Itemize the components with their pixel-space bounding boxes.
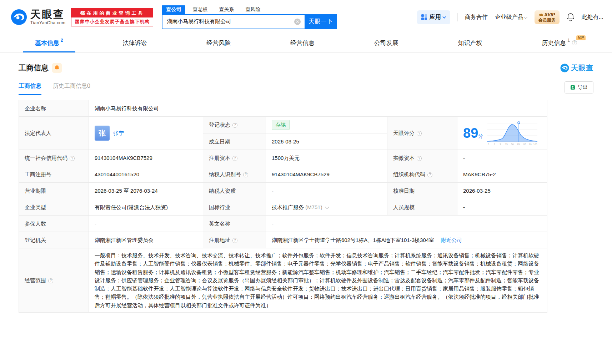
field-label-national-industry: 国标行业: [203, 199, 266, 216]
nav-enterprise-products[interactable]: 企业级产品: [495, 14, 527, 21]
value-text: MAK9CB75-2: [463, 171, 496, 177]
field-value-company-type: 有限责任公司(港澳台法人独资): [89, 199, 203, 216]
svip-membership-button[interactable]: SVIP 会员服务: [535, 10, 560, 24]
tab-count: 2: [61, 38, 63, 43]
field-value-credit-code: 91430104MAK9CB7529: [89, 150, 203, 166]
business-info-subtabs: 工商信息 历史工商信息0 导出: [0, 81, 612, 96]
tick-label: 100: [533, 143, 537, 146]
field-label-registered-address: 注册地址?: [203, 232, 266, 248]
field-label-business-term: 营业期限: [19, 183, 89, 199]
field-label-establish-date: 成立日期: [203, 133, 266, 150]
value-text: -: [272, 188, 274, 194]
value-text: -: [463, 204, 465, 210]
help-icon[interactable]: ?: [417, 156, 422, 161]
tick-label: 85: [517, 143, 520, 146]
status-badge: 存续: [272, 120, 290, 130]
export-button[interactable]: 导出: [565, 81, 593, 93]
search-tab-boss[interactable]: 查老板: [188, 5, 212, 14]
table-row: 营业期限 2026-03-25 至 2076-03-24 纳税人资质 - 核准日…: [19, 183, 547, 199]
tick-label: 97: [523, 143, 526, 146]
tab-operating-risk[interactable]: 经营风险: [194, 34, 243, 52]
clear-search-icon[interactable]: ✕: [294, 19, 301, 25]
field-label-taxpayer-id: 纳税人识别号?: [203, 166, 266, 183]
help-icon[interactable]: ?: [70, 156, 75, 161]
company-name-text: 湖南小马易行科技有限公司: [95, 105, 159, 111]
tick-label: 50: [511, 143, 514, 146]
field-value-registration-number: 430104400161520: [89, 166, 203, 183]
help-icon[interactable]: ?: [48, 278, 53, 283]
tab-legal-proceedings[interactable]: 法律诉讼: [110, 34, 159, 52]
label-text: 实缴资本: [393, 155, 415, 161]
value-text: 有限责任公司(港澳台法人独资): [95, 204, 168, 210]
table-row: 经营范围? 一般项目：技术服务、技术开发、技术咨询、技术交流、技术转让、技术推广…: [19, 248, 547, 313]
label-text: 法定代表人: [25, 130, 51, 136]
field-label-business-scope: 经营范围?: [19, 248, 89, 313]
notification-bell-icon[interactable]: [567, 13, 575, 21]
slogan-line2: 国家中小企业发展子基金旗下机构: [71, 17, 153, 26]
search-tab-risk[interactable]: 查风险: [241, 5, 265, 14]
field-value-registered-capital: 1500万美元: [266, 150, 387, 166]
business-info-section-head: 工商信息 天眼查: [0, 63, 612, 73]
address-text: 湖南湘江新区学士街道学士路602号1栋A、1栋A地下室101-3楼304室: [272, 237, 434, 243]
nav-enterprise-label: 企业级产品: [495, 14, 523, 20]
vip-tag: VIP: [576, 35, 586, 40]
tab-basic-info[interactable]: 基本信息 2: [23, 34, 75, 52]
help-icon[interactable]: ?: [243, 172, 248, 177]
subtab-business-info[interactable]: 工商信息: [19, 82, 41, 95]
help-icon[interactable]: ?: [232, 238, 237, 243]
field-label-taxpayer-quality: 纳税人资质: [203, 183, 266, 199]
field-value-tianyan-score: 89分 0 1 3 15 50 85 97: [457, 117, 547, 150]
nav-more[interactable]: 此处有...: [582, 14, 603, 21]
subtab-history-business-info[interactable]: 历史工商信息0: [53, 82, 90, 95]
field-label-registered-capital: 注册资本?: [203, 150, 266, 166]
search-tab-relation[interactable]: 查关系: [215, 5, 238, 14]
watermark-text: 天眼查: [571, 63, 593, 73]
search-tab-company[interactable]: 查公司: [162, 5, 185, 14]
tab-count: 1: [567, 38, 570, 43]
tab-company-development[interactable]: 公司发展: [362, 34, 411, 52]
svip-sublabel: 会员服务: [538, 17, 556, 22]
help-icon[interactable]: ?: [417, 131, 422, 136]
help-icon[interactable]: ?: [572, 40, 577, 45]
subscribe-bell-button[interactable]: [52, 63, 62, 73]
search-input[interactable]: [162, 19, 305, 25]
field-label-tianyan-score: 天眼评分?: [387, 117, 457, 150]
label-text: 经营范围: [25, 277, 46, 283]
field-value-paid-in-capital: -: [457, 150, 547, 166]
value-text: 430104400161520: [95, 171, 139, 177]
field-value-approval-date: 2026-03-25: [457, 183, 547, 199]
tab-label: 基本信息: [35, 39, 59, 47]
apps-menu-button[interactable]: 应用: [417, 10, 450, 24]
legal-rep-link[interactable]: 张宁: [113, 129, 124, 137]
label-text: 纳税人识别号: [209, 171, 241, 177]
label-text: 登记机关: [25, 237, 46, 243]
tianyancha-logo[interactable]: 天眼查 TianYanCha.com: [11, 9, 65, 25]
help-icon[interactable]: ?: [232, 156, 237, 161]
label-text: 核准日期: [393, 188, 415, 194]
field-value-insured-count: -: [89, 216, 203, 232]
chevron-down-icon[interactable]: [325, 205, 329, 209]
tab-label: 知识产权: [458, 39, 482, 47]
value-text: 2026-03-25: [272, 138, 299, 145]
label-text: 注册资本: [209, 155, 230, 161]
legal-rep-avatar[interactable]: 张: [95, 126, 110, 141]
field-label-organization-code: 组织机构代码?: [387, 166, 457, 183]
apps-grid-icon: [421, 14, 427, 20]
label-text: 注册地址: [209, 237, 230, 243]
nav-business-cooperation[interactable]: 商务合作: [465, 14, 488, 21]
score-distribution-chart: 0 1 3 15 50 85 97 99 100: [487, 120, 537, 147]
tab-intellectual-property[interactable]: 知识产权: [446, 34, 495, 52]
value-text: -: [463, 155, 465, 161]
nearby-companies-link[interactable]: 附近公司: [441, 237, 462, 243]
table-row: 法定代表人 张 张宁 登记状态? 存续 天眼评分? 89分: [19, 117, 547, 133]
help-icon[interactable]: ?: [232, 123, 237, 128]
help-icon[interactable]: ?: [427, 172, 432, 177]
search-button[interactable]: 天眼一下: [305, 14, 337, 29]
tab-label: 公司发展: [374, 39, 398, 47]
label-text: 国标行业: [209, 204, 230, 210]
field-label-company-name: 企业名称: [19, 100, 89, 117]
tab-operating-info[interactable]: 经营信息: [278, 34, 327, 52]
header-right-nav: 应用 商务合作 企业级产品 SVIP 会员服务 此处有...: [417, 10, 603, 24]
value-text: 湖南湘江新区管理委员会: [95, 237, 154, 243]
tab-history-info[interactable]: VIP 历史信息 1 ?: [530, 34, 589, 52]
